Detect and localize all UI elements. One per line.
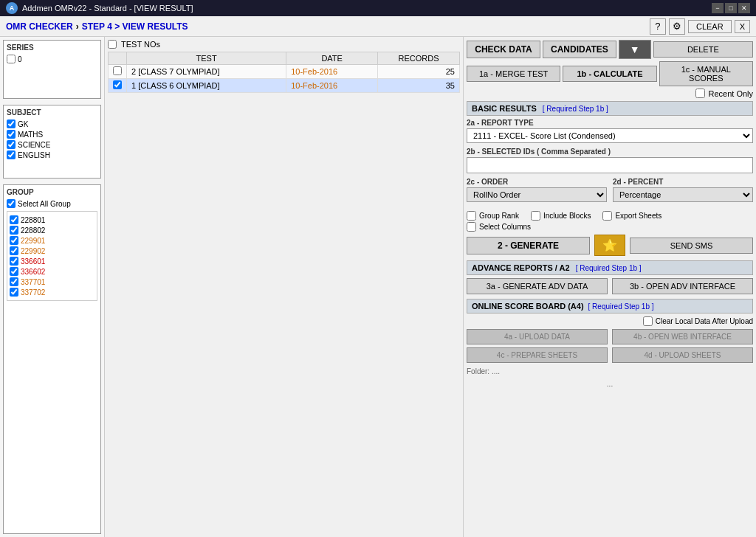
group-checkbox-336602[interactable] (10, 267, 18, 276)
subject-item-gk: GK (7, 119, 97, 128)
group-item-336602: 336602 (10, 267, 94, 276)
group-label: GROUP (7, 188, 97, 196)
group-checkbox-337701[interactable] (10, 277, 18, 286)
generate-button[interactable]: 2 - GENERATE (467, 237, 590, 254)
series-section: SERIES 0 (3, 40, 101, 99)
test-date-1: 10-Feb-2016 (286, 79, 378, 93)
nav-step-label[interactable]: STEP 4 > VIEW RESULTS (82, 21, 188, 32)
check-data-button[interactable]: CHECK DATA (467, 41, 540, 58)
subject-checkbox-english[interactable] (7, 150, 16, 159)
select-columns-item: Select Columns (467, 222, 531, 232)
group-checkbox-229901[interactable] (10, 236, 18, 245)
group-item-228801: 228801 (10, 215, 94, 224)
right-panel: CHECK DATA CANDIDATES ▼ DELETE 1a - MERG… (464, 37, 756, 537)
test-nos-checkbox[interactable] (108, 40, 117, 49)
merge-test-button[interactable]: 1a - MERGE TEST (467, 66, 560, 82)
window-close-button[interactable]: ✕ (738, 3, 750, 13)
group-rank-label: Group Rank (479, 212, 519, 220)
basic-results-required: [ Required Step 1b ] (543, 105, 608, 113)
col-date: DATE (286, 52, 378, 65)
export-sheets-checkbox[interactable] (602, 211, 612, 221)
subject-label-english: ENGLISH (18, 151, 50, 159)
subject-item-science: SCIENCE (7, 140, 97, 149)
delete-button[interactable]: DELETE (653, 41, 753, 58)
ellipsis-text: ... (607, 380, 613, 388)
settings-button[interactable]: ⚙ (669, 18, 685, 35)
group-label-228802: 228802 (21, 226, 45, 235)
open-adv-interface-button[interactable]: 3b - OPEN ADV INTERFACE (612, 278, 753, 294)
subject-section: SUBJECT GK MATHS SCIENCE ENGLISH (3, 105, 101, 179)
folder-label: Folder: .... (467, 367, 500, 375)
series-checkbox-0[interactable] (7, 55, 16, 63)
subject-checkbox-science[interactable] (7, 140, 16, 149)
help-button[interactable]: ? (650, 18, 666, 35)
clear-local-label: Clear Local Data After Upload (656, 317, 753, 325)
group-rank-item: Group Rank (467, 211, 519, 221)
group-checkbox-336601[interactable] (10, 257, 18, 266)
upload-row-2: 4c - PREPARE SHEETS 4d - UPLOAD SHEETS (467, 347, 753, 363)
percent-group: 2d - PERCENT Percentage Marks (613, 178, 753, 202)
include-blocks-item: Include Blocks (531, 211, 591, 221)
nav-bar: OMR CHECKER › STEP 4 > VIEW RESULTS ? ⚙ … (0, 16, 756, 37)
test-nos-label: TEST NOs (121, 40, 160, 49)
group-label-229901: 229901 (21, 237, 45, 245)
select-all-group-checkbox[interactable] (7, 199, 16, 208)
group-label-336602: 336602 (21, 268, 45, 276)
order-group: 2c - ORDER RollNo Order Name Order Rank … (467, 178, 607, 202)
group-checkbox-228801[interactable] (10, 215, 18, 224)
gen-adv-data-button[interactable]: 3a - GENERATE ADV DATA (467, 278, 608, 294)
group-item-229902: 229902 (10, 246, 94, 255)
clear-local-checkbox[interactable] (643, 316, 653, 326)
minimize-button[interactable]: − (712, 3, 724, 13)
candidates-button[interactable]: CANDIDATES (543, 41, 616, 58)
recent-only-checkbox[interactable] (695, 89, 705, 98)
report-type-label: 2a - REPORT TYPE (467, 119, 753, 127)
col-test: TEST (127, 52, 286, 65)
include-blocks-checkbox[interactable] (531, 211, 540, 221)
series-value-0: 0 (18, 55, 22, 63)
order-select[interactable]: RollNo Order Name Order Rank Order (467, 187, 607, 202)
subject-checkbox-gk[interactable] (7, 119, 16, 128)
subject-label-gk: GK (18, 120, 28, 128)
table-row[interactable]: 1 [CLASS 6 OLYMPIAD] 10-Feb-2016 35 (109, 79, 460, 93)
clear-button[interactable]: CLEAR (688, 20, 732, 33)
select-columns-row: Select Columns (467, 222, 753, 232)
upload-sheets-button[interactable]: 4d - UPLOAD SHEETS (612, 347, 753, 363)
order-label: 2c - ORDER (467, 178, 607, 186)
maximize-button[interactable]: □ (725, 3, 737, 13)
upload-row-1: 4a - UPLOAD DATA 4b - OPEN WEB INTERFACE (467, 329, 753, 344)
test-row-check-1[interactable] (113, 80, 122, 89)
group-checkbox-337702[interactable] (10, 288, 18, 297)
subject-checkbox-maths[interactable] (7, 130, 16, 139)
selected-ids-input[interactable] (467, 157, 753, 173)
calculate-button[interactable]: 1b - CALCULATE (563, 66, 656, 82)
select-all-group-label: Select All Group (18, 200, 71, 208)
test-row-check-2[interactable] (113, 66, 122, 75)
subject-label-maths: MATHS (18, 131, 43, 139)
close-button[interactable]: X (735, 20, 750, 33)
group-checkbox-228802[interactable] (10, 226, 18, 235)
gold-star-button[interactable]: ⭐ (594, 235, 625, 256)
percent-select[interactable]: Percentage Marks (613, 187, 753, 202)
prepare-sheets-button[interactable]: 4c - PREPARE SHEETS (467, 347, 608, 363)
upload-data-button[interactable]: 4a - UPLOAD DATA (467, 329, 608, 344)
selected-ids-group: 2b - SELECTED IDs ( Comma Separated ) (467, 148, 753, 173)
manual-scores-button[interactable]: 1c - MANUAL SCORES (659, 61, 753, 86)
test-records-2: 25 (378, 65, 460, 79)
arrow-down-button[interactable]: ▼ (619, 40, 651, 59)
nav-omr-checker[interactable]: OMR CHECKER (6, 21, 73, 32)
export-sheets-item: Export Sheets (602, 211, 662, 221)
group-checkbox-229902[interactable] (10, 246, 18, 255)
group-label-336601: 336601 (21, 257, 45, 266)
send-sms-button[interactable]: SEND SMS (630, 238, 753, 254)
table-row[interactable]: 2 [CLASS 7 OLYMPIAD] 10-Feb-2016 25 (109, 65, 460, 79)
report-type-select[interactable]: 2111 - EXCEL- Score List (Condensed) 211… (467, 128, 753, 143)
group-rank-checkbox[interactable] (467, 211, 476, 221)
test-date-2: 10-Feb-2016 (286, 65, 378, 79)
series-item-0: 0 (7, 55, 97, 63)
percent-label: 2d - PERCENT (613, 178, 753, 186)
left-sidebar: SERIES 0 SUBJECT GK MATHS SCIENCE (0, 37, 105, 537)
app-icon: A (6, 2, 18, 14)
open-web-button[interactable]: 4b - OPEN WEB INTERFACE (612, 329, 753, 344)
select-columns-checkbox[interactable] (467, 222, 476, 232)
